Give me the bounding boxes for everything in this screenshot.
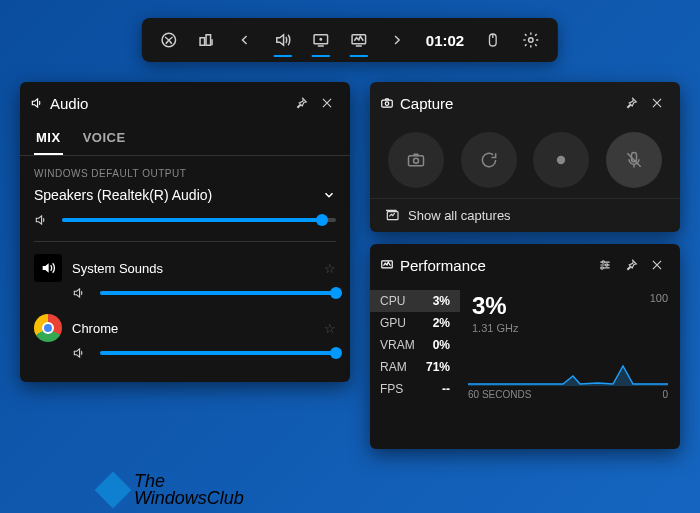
svg-point-16 <box>602 261 604 263</box>
chevron-down-icon <box>322 188 336 202</box>
options-icon[interactable] <box>592 252 618 278</box>
star-icon[interactable]: ☆ <box>324 261 336 276</box>
game-bar-toolbar: 01:02 <box>142 18 558 62</box>
audio-tab-icon[interactable] <box>264 21 302 59</box>
pin-icon[interactable] <box>618 252 644 278</box>
audio-widget: Audio MIX VOICE WINDOWS DEFAULT OUTPUT S… <box>20 82 350 382</box>
chrome-icon <box>34 314 62 342</box>
gallery-icon <box>384 207 400 223</box>
svg-rect-8 <box>382 100 393 107</box>
record-button[interactable] <box>533 132 589 188</box>
close-icon[interactable] <box>314 90 340 116</box>
slider-track[interactable] <box>100 291 336 295</box>
tab-voice[interactable]: VOICE <box>81 124 128 155</box>
svg-rect-2 <box>206 35 211 46</box>
y-max: 100 <box>650 292 668 304</box>
xbox-icon[interactable] <box>150 21 188 59</box>
show-all-captures[interactable]: Show all captures <box>370 198 680 231</box>
speaker-icon <box>72 346 90 360</box>
speaker-icon <box>30 96 44 110</box>
record-last-button[interactable] <box>461 132 517 188</box>
svg-rect-1 <box>200 38 205 46</box>
screenshot-button[interactable] <box>388 132 444 188</box>
app-name: System Sounds <box>72 261 314 276</box>
graph-pane: 3% 1.31 GHz 100 60 SECONDS 0 <box>460 286 680 404</box>
system-sounds-icon <box>34 254 62 282</box>
pin-icon[interactable] <box>288 90 314 116</box>
app-name: Chrome <box>72 321 314 336</box>
clock: 01:02 <box>416 32 474 49</box>
app-row-chrome: Chrome ☆ <box>20 308 350 342</box>
capture-tab-icon[interactable] <box>302 21 340 59</box>
x-left: 60 SECONDS <box>468 389 531 400</box>
device-name: Speakers (Realtek(R) Audio) <box>34 187 322 203</box>
speaker-icon <box>34 213 52 227</box>
watermark-text: The WindowsClub <box>134 473 244 507</box>
capture-title: Capture <box>400 95 618 112</box>
capture-widget: Capture Show all captures <box>370 82 680 232</box>
next-icon[interactable] <box>378 21 416 59</box>
performance-header[interactable]: Performance <box>370 244 680 286</box>
mouse-icon[interactable] <box>474 21 512 59</box>
svg-point-12 <box>557 156 565 164</box>
performance-title: Performance <box>400 257 592 274</box>
master-volume-slider[interactable] <box>20 209 350 235</box>
metric-vram[interactable]: VRAM0% <box>370 334 460 356</box>
close-icon[interactable] <box>644 90 670 116</box>
slider-track[interactable] <box>100 351 336 355</box>
output-section-label: WINDOWS DEFAULT OUTPUT <box>20 156 350 183</box>
chrome-volume-slider[interactable] <box>20 342 350 368</box>
close-icon[interactable] <box>644 252 670 278</box>
show-all-label: Show all captures <box>408 208 511 223</box>
audio-header[interactable]: Audio <box>20 82 350 124</box>
settings-icon[interactable] <box>512 21 550 59</box>
performance-icon <box>380 258 394 272</box>
performance-tab-icon[interactable] <box>340 21 378 59</box>
app-row-system: System Sounds ☆ <box>20 248 350 282</box>
metric-fps[interactable]: FPS-- <box>370 378 460 400</box>
metrics-list: CPU3% GPU2% VRAM0% RAM71% FPS-- <box>370 286 460 404</box>
svg-point-9 <box>385 102 389 106</box>
watermark-logo <box>95 472 132 509</box>
performance-widget: Performance CPU3% GPU2% VRAM0% RAM71% FP… <box>370 244 680 449</box>
metric-gpu[interactable]: GPU2% <box>370 312 460 334</box>
svg-rect-10 <box>409 156 424 166</box>
metric-ram[interactable]: RAM71% <box>370 356 460 378</box>
audio-tabs: MIX VOICE <box>20 124 350 156</box>
watermark: The WindowsClub <box>100 473 244 507</box>
speaker-icon <box>72 286 90 300</box>
capture-buttons <box>370 124 680 198</box>
x-right: 0 <box>662 389 668 400</box>
pin-icon[interactable] <box>618 90 644 116</box>
svg-point-18 <box>601 267 603 269</box>
divider <box>34 241 336 242</box>
widgets-icon[interactable] <box>188 21 226 59</box>
prev-icon[interactable] <box>226 21 264 59</box>
star-icon[interactable]: ☆ <box>324 321 336 336</box>
system-volume-slider[interactable] <box>20 282 350 308</box>
svg-point-17 <box>606 264 608 266</box>
capture-header[interactable]: Capture <box>370 82 680 124</box>
metric-cpu[interactable]: CPU3% <box>370 290 460 312</box>
camera-icon <box>380 96 394 110</box>
x-axis: 60 SECONDS 0 <box>468 389 668 400</box>
audio-title: Audio <box>50 95 288 112</box>
svg-point-11 <box>414 158 419 163</box>
svg-point-7 <box>529 38 534 43</box>
performance-body: CPU3% GPU2% VRAM0% RAM71% FPS-- 3% 1.31 … <box>370 286 680 404</box>
svg-point-4 <box>320 39 322 41</box>
mic-off-button[interactable] <box>606 132 662 188</box>
cpu-graph <box>468 316 668 386</box>
output-device-selector[interactable]: Speakers (Realtek(R) Audio) <box>20 183 350 209</box>
tab-mix[interactable]: MIX <box>34 124 63 155</box>
slider-track[interactable] <box>62 218 336 222</box>
